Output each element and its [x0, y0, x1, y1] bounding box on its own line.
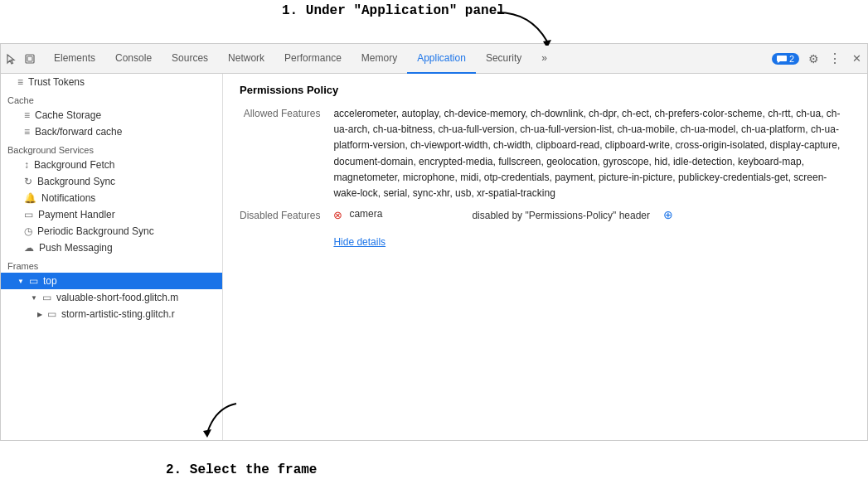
database-icon-2: ≡	[24, 109, 30, 121]
sidebar-item-frame-child2[interactable]: ▶ ▭ storm-artistic-sting.glitch.r	[1, 306, 222, 322]
tab-performance[interactable]: Performance	[274, 44, 352, 74]
disabled-features-section: ⊗ camera disabled by "Permissions-Policy…	[333, 208, 851, 248]
external-link-icon[interactable]: ⊕	[663, 208, 673, 221]
database-icon: ≡	[17, 76, 23, 88]
sidebar-item-back-forward-cache[interactable]: ≡ Back/forward cache	[1, 123, 222, 140]
allowed-features-label: Allowed Features	[240, 106, 320, 201]
disabled-reason: disabled by "Permissions-Policy" header	[472, 208, 650, 223]
clock-icon: ◷	[24, 225, 32, 237]
expand-triangle-icon-3: ▶	[37, 311, 42, 318]
cloud-icon: ☁	[24, 242, 34, 254]
sidebar-item-notifications[interactable]: 🔔 Notifications	[1, 190, 222, 206]
panel-title: Permissions Policy	[240, 84, 851, 96]
hide-details-link[interactable]: Hide details	[333, 236, 386, 248]
frame-child-icon: ▭	[42, 292, 51, 303]
sidebar-section-cache: Cache	[1, 90, 222, 107]
sidebar-item-trust-tokens[interactable]: ≡ Trust Tokens	[1, 74, 222, 90]
devtools-window: Elements Console Sources Network Perform…	[0, 43, 868, 441]
tab-more[interactable]: »	[531, 44, 557, 74]
tab-bar: Elements Console Sources Network Perform…	[1, 44, 867, 74]
sidebar-item-background-sync[interactable]: ↻ Background Sync	[1, 173, 222, 190]
sidebar-item-cache-storage[interactable]: ≡ Cache Storage	[1, 107, 222, 123]
annotation-1-text: 1. Under "Application" panel	[282, 3, 505, 18]
svg-rect-2	[27, 56, 32, 61]
content-panel: Permissions Policy Allowed Features acce…	[223, 74, 867, 440]
annotation-2-text: 2. Select the frame	[166, 462, 317, 477]
cursor-icon[interactable]	[4, 51, 19, 66]
tab-console[interactable]: Console	[105, 44, 162, 74]
bell-icon: 🔔	[24, 192, 36, 204]
disabled-features-label: Disabled Features	[240, 208, 320, 248]
arrows-icon: ↕	[24, 159, 29, 171]
close-icon[interactable]: ✕	[849, 51, 864, 66]
tab-elements[interactable]: Elements	[44, 44, 105, 74]
sync-icon: ↻	[24, 176, 32, 187]
sidebar-item-push-messaging[interactable]: ☁ Push Messaging	[1, 240, 222, 256]
tab-security[interactable]: Security	[476, 44, 531, 74]
sidebar-item-background-fetch[interactable]: ↕ Background Fetch	[1, 157, 222, 173]
more-options-icon[interactable]: ⋮	[827, 51, 842, 66]
sidebar-item-frame-child1[interactable]: ▼ ▭ valuable-short-food.glitch.m	[1, 289, 222, 306]
sidebar-section-background-services: Background Services	[1, 140, 222, 157]
chat-badge[interactable]: 2	[772, 53, 799, 65]
expand-triangle-icon: ▼	[17, 278, 24, 285]
sidebar-item-payment-handler[interactable]: ▭ Payment Handler	[1, 206, 222, 223]
expand-triangle-icon-2: ▼	[31, 294, 37, 302]
main-content: ≡ Trust Tokens Cache ≡ Cache Storage ≡ B…	[1, 74, 867, 440]
frame-icon: ▭	[29, 275, 38, 287]
card-icon: ▭	[24, 209, 33, 220]
tab-memory[interactable]: Memory	[352, 44, 407, 74]
tab-sources[interactable]: Sources	[162, 44, 218, 74]
error-icon: ⊗	[333, 209, 342, 221]
sidebar-item-frame-top[interactable]: ▼ ▭ top	[1, 273, 222, 289]
tab-application[interactable]: Application	[407, 44, 476, 74]
allowed-features-value: accelerometer, autoplay, ch-device-memor…	[333, 106, 851, 201]
sidebar-item-periodic-background-sync[interactable]: ◷ Periodic Background Sync	[1, 223, 222, 240]
arrow-1-icon	[481, 8, 564, 46]
settings-icon[interactable]: ⚙	[806, 51, 821, 66]
sidebar-section-frames: Frames	[1, 256, 222, 273]
permissions-table: Allowed Features accelerometer, autoplay…	[240, 106, 851, 248]
frame-grandchild-icon: ▭	[47, 308, 56, 320]
layers-icon[interactable]	[22, 51, 37, 66]
sidebar: ≡ Trust Tokens Cache ≡ Cache Storage ≡ B…	[1, 74, 223, 440]
tab-network[interactable]: Network	[218, 44, 274, 74]
database-icon-3: ≡	[24, 126, 30, 138]
disabled-feature-camera: camera	[349, 208, 415, 220]
